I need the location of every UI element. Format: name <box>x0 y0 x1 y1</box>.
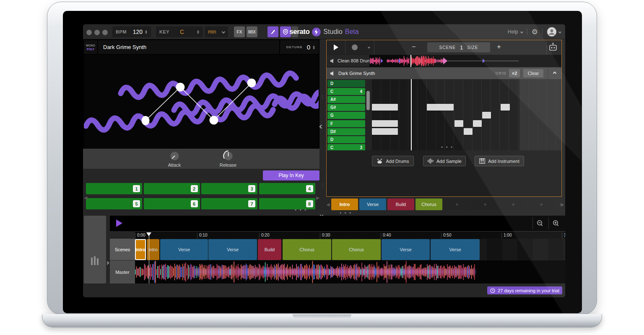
arrangement-block-intro-0[interactable]: Intro <box>135 239 146 260</box>
record-options-button[interactable] <box>364 46 374 48</box>
scenes-arrangement-row[interactable]: IntroIntroVerseVerseBuildChorusChorusVer… <box>135 239 565 260</box>
tabs-right-arrow[interactable]: ▶ <box>561 202 564 207</box>
mix-button[interactable]: MIX <box>247 26 257 37</box>
play-button[interactable] <box>327 44 345 51</box>
piano-key-D[interactable]: D <box>327 136 365 143</box>
piano-key-D[interactable]: D <box>327 80 365 87</box>
midi-note[interactable] <box>372 128 398 135</box>
add-sample-button[interactable]: Add Sample <box>423 156 466 166</box>
key-mode-select[interactable]: min <box>205 26 228 37</box>
arrangement-block-verse-2[interactable]: Verse <box>160 239 208 260</box>
piano-key-C3[interactable]: C3 <box>327 144 365 150</box>
midi-note[interactable] <box>372 120 398 127</box>
arrangement-block-build-4[interactable]: Build <box>258 239 281 260</box>
add-drums-button[interactable]: Add Drums <box>372 156 414 166</box>
track-name[interactable]: Dark Grime Synth <box>338 71 375 76</box>
arrangement-block-chorus-5[interactable]: Chorus <box>283 239 331 260</box>
attack-knob-icon[interactable] <box>169 150 180 162</box>
midi-note[interactable] <box>501 104 510 111</box>
scene-size-decrease-button[interactable]: − <box>412 43 415 51</box>
song-play-button[interactable] <box>115 219 123 227</box>
mono-label[interactable]: MONO <box>86 44 95 47</box>
settings-gear-button[interactable]: ⚙ <box>532 28 538 36</box>
release-knob[interactable]: Release <box>211 150 245 168</box>
expand-sidebar-arrow[interactable] <box>106 258 109 266</box>
scene-tab-add-5[interactable]: + <box>472 198 499 210</box>
window-dot-2[interactable] <box>94 30 100 35</box>
tabs-left-arrow[interactable]: ◀ <box>326 202 330 207</box>
detune-control[interactable]: DETUNE 0 ▲▼ <box>280 40 319 54</box>
piano-key-G#[interactable]: G# <box>327 104 365 111</box>
help-menu[interactable]: Help <box>508 29 523 35</box>
scene-tab-add-6[interactable]: + <box>500 198 527 210</box>
note-grid[interactable]: • • • <box>372 79 561 150</box>
window-dot-1[interactable] <box>86 30 92 35</box>
pad-2[interactable]: 2 <box>144 183 200 194</box>
grid-multiplier-button[interactable]: ×2 <box>509 69 520 77</box>
zoom-in-button[interactable] <box>548 217 563 229</box>
collapse-track-button[interactable] <box>548 72 561 75</box>
midi-note[interactable] <box>473 120 482 127</box>
scene-tab-add-7[interactable]: + <box>528 198 555 210</box>
pad-6[interactable]: 6 <box>144 198 200 209</box>
window-dot-3[interactable] <box>102 30 108 35</box>
piano-key-A#[interactable]: A# <box>327 96 365 103</box>
timeline-playhead[interactable] <box>146 232 151 236</box>
library-icon[interactable] <box>91 256 100 267</box>
pad-1[interactable]: 1 <box>86 183 142 194</box>
piano-key-C4[interactable]: C4 <box>327 88 365 95</box>
scene-tab-add-4[interactable]: + <box>444 198 470 210</box>
speaker-icon[interactable] <box>330 71 335 76</box>
tool-dropdown-button[interactable] <box>291 26 298 37</box>
pads-right-arrow[interactable]: ▶ <box>316 195 319 201</box>
drum-clip-waveform[interactable] <box>369 55 561 67</box>
pad-5[interactable]: 5 <box>86 198 142 209</box>
piano-key-D#[interactable]: D# <box>327 128 365 135</box>
scene-tab-intro-0[interactable]: Intro <box>331 198 358 210</box>
shield-tool-button[interactable] <box>280 26 291 37</box>
pen-tool-button[interactable] <box>267 26 278 37</box>
detune-value[interactable]: 0 <box>307 44 310 51</box>
collapse-left-arrow[interactable] <box>320 122 323 130</box>
pad-7[interactable]: 7 <box>201 198 257 209</box>
midi-note[interactable] <box>464 128 473 135</box>
scene-size-increase-button[interactable]: + <box>497 43 501 51</box>
fx-button[interactable]: FX <box>234 26 245 37</box>
speaker-icon[interactable] <box>330 58 335 64</box>
mono-poly-toggle[interactable]: MONO POLY <box>84 40 97 54</box>
arrangement-block-verse-7[interactable]: Verse <box>382 239 430 260</box>
scene-tab-chorus-3[interactable]: Chorus <box>415 198 442 210</box>
midi-note[interactable] <box>372 104 398 111</box>
scene-tab-build-2[interactable]: Build <box>387 198 414 210</box>
time-ruler[interactable]: 0:000:100:200:300:400:501:001:10 <box>135 231 565 239</box>
pad-4[interactable]: 4 <box>259 183 315 194</box>
bpm-control[interactable]: BPM 120 ▲▼ <box>112 26 151 37</box>
attack-knob[interactable]: Attack <box>158 150 191 168</box>
track-row-synth[interactable]: Dark Grime Synth GRID ×2 Clear <box>327 67 561 79</box>
key-value[interactable]: C <box>180 28 184 35</box>
pads-left-arrow[interactable]: ◀ <box>84 195 87 201</box>
bpm-stepper[interactable]: ▲▼ <box>145 30 148 34</box>
key-control[interactable]: KEY C ▲▼ <box>156 26 203 37</box>
detune-stepper[interactable]: ▲▼ <box>312 45 315 49</box>
release-knob-icon[interactable] <box>223 150 234 162</box>
key-mode-value[interactable]: min <box>208 29 216 35</box>
assistant-button[interactable] <box>548 42 558 54</box>
add-instrument-button[interactable]: Add Instrument <box>475 156 524 166</box>
piano-roll-scrollbar[interactable] <box>366 91 370 110</box>
clear-button[interactable]: Clear <box>523 69 543 77</box>
play-in-key-button[interactable]: Play In Key <box>263 170 319 180</box>
tabs-resize-dots[interactable]: • • • <box>340 212 352 214</box>
piano-key-F[interactable]: F <box>327 120 365 127</box>
pads-resize-dots[interactable]: • • • <box>295 209 307 211</box>
midi-note[interactable] <box>427 104 454 111</box>
window-controls[interactable] <box>86 29 110 37</box>
scene-tab-verse-1[interactable]: Verse <box>359 198 386 210</box>
arrangement-block-verse-8[interactable]: Verse <box>431 239 480 260</box>
master-waveform-row[interactable] <box>135 260 565 283</box>
arrangement-block-verse-3[interactable]: Verse <box>208 239 257 260</box>
key-stepper[interactable]: ▲▼ <box>197 30 200 34</box>
midi-note[interactable] <box>482 112 491 119</box>
pad-3[interactable]: 3 <box>201 183 257 194</box>
roll-resize-dots[interactable]: • • • <box>441 146 453 149</box>
